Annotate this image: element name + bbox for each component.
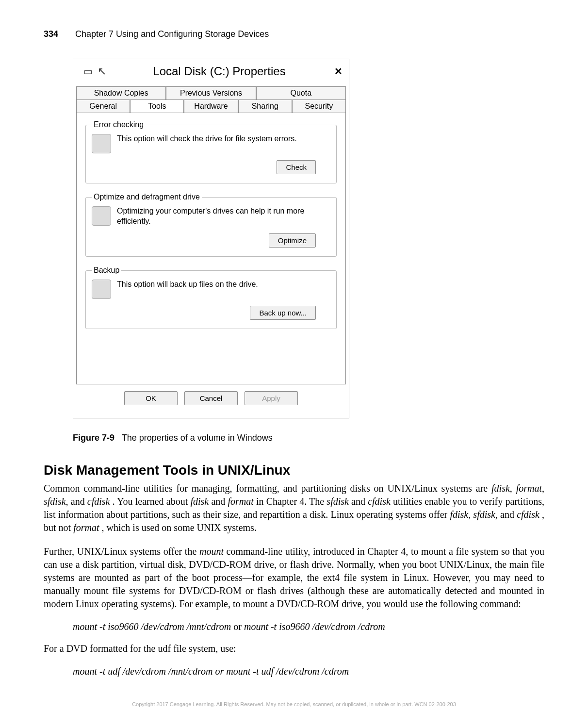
group-backup: Backup This option will back up files on… bbox=[85, 270, 337, 329]
cursor-icon: ↖ bbox=[98, 65, 106, 78]
ok-button[interactable]: OK bbox=[124, 391, 178, 405]
group-error-checking: Error checking This option will check th… bbox=[85, 125, 337, 183]
tab-quota[interactable]: Quota bbox=[256, 86, 346, 99]
backup-now-button[interactable]: Back up now... bbox=[250, 306, 316, 320]
check-button[interactable]: Check bbox=[277, 160, 316, 174]
command-1: mount -t iso9660 /dev/cdrom /mnt/cdrom o… bbox=[73, 621, 544, 632]
tab-panel-tools: Error checking This option will check th… bbox=[76, 113, 346, 384]
figure-label: Figure 7-9 bbox=[73, 433, 114, 443]
group-label: Optimize and defragment drive bbox=[92, 193, 202, 201]
group-label: Backup bbox=[92, 266, 121, 275]
tab-sharing[interactable]: Sharing bbox=[238, 99, 292, 113]
tab-row-top: Shadow Copies Previous Versions Quota bbox=[76, 86, 346, 99]
disk-check-icon bbox=[92, 134, 111, 153]
group-label: Error checking bbox=[92, 120, 146, 129]
apply-button[interactable]: Apply bbox=[245, 391, 298, 405]
paragraph-1: Common command-line utilities for managi… bbox=[44, 482, 544, 534]
command-2: mount -t udf /dev/cdrom /mnt/cdrom or mo… bbox=[73, 666, 544, 677]
figure-text: The properties of a volume in Windows bbox=[122, 433, 273, 443]
optimize-text: Optimizing your computer's drives can he… bbox=[117, 206, 330, 227]
backup-icon bbox=[92, 280, 111, 299]
window-title: Local Disk (C:) Properties bbox=[111, 65, 327, 78]
copyright-footer: Copyright 2017 Cengage Learning. All Rig… bbox=[44, 701, 544, 707]
tab-previous-versions[interactable]: Previous Versions bbox=[166, 86, 256, 99]
paragraph-3: For a DVD formatted for the udf file sys… bbox=[44, 642, 544, 655]
tab-hardware[interactable]: Hardware bbox=[184, 99, 238, 113]
optimize-button[interactable]: Optimize bbox=[269, 233, 316, 248]
close-button[interactable]: ✕ bbox=[327, 64, 349, 79]
chapter-title: Chapter 7 Using and Configuring Storage … bbox=[75, 29, 269, 39]
properties-dialog: ▭ ↖ Local Disk (C:) Properties ✕ Shadow … bbox=[73, 59, 349, 418]
dialog-button-row: OK Cancel Apply bbox=[76, 384, 346, 413]
page-number: 334 bbox=[44, 29, 58, 39]
group-optimize: Optimize and defragment drive Optimizing… bbox=[85, 197, 337, 257]
section-heading: Disk Management Tools in UNIX/Linux bbox=[44, 463, 544, 478]
cancel-button[interactable]: Cancel bbox=[184, 391, 238, 405]
error-checking-text: This option will check the drive for fil… bbox=[117, 134, 297, 144]
paragraph-2: Further, UNIX/Linux systems offer the mo… bbox=[44, 545, 544, 611]
backup-text: This option will back up files on the dr… bbox=[117, 280, 258, 290]
titlebar: ▭ ↖ Local Disk (C:) Properties ✕ bbox=[73, 59, 349, 83]
tab-row-bottom: General Tools Hardware Sharing Security bbox=[76, 99, 346, 113]
tab-security[interactable]: Security bbox=[292, 99, 346, 113]
page-header: 334 Chapter 7 Using and Configuring Stor… bbox=[44, 29, 544, 39]
tab-tools[interactable]: Tools bbox=[130, 99, 184, 113]
figure-caption: Figure 7-9 The properties of a volume in… bbox=[73, 433, 544, 443]
tab-general[interactable]: General bbox=[76, 99, 130, 113]
tab-shadow-copies[interactable]: Shadow Copies bbox=[76, 86, 166, 99]
defrag-icon bbox=[92, 206, 111, 226]
